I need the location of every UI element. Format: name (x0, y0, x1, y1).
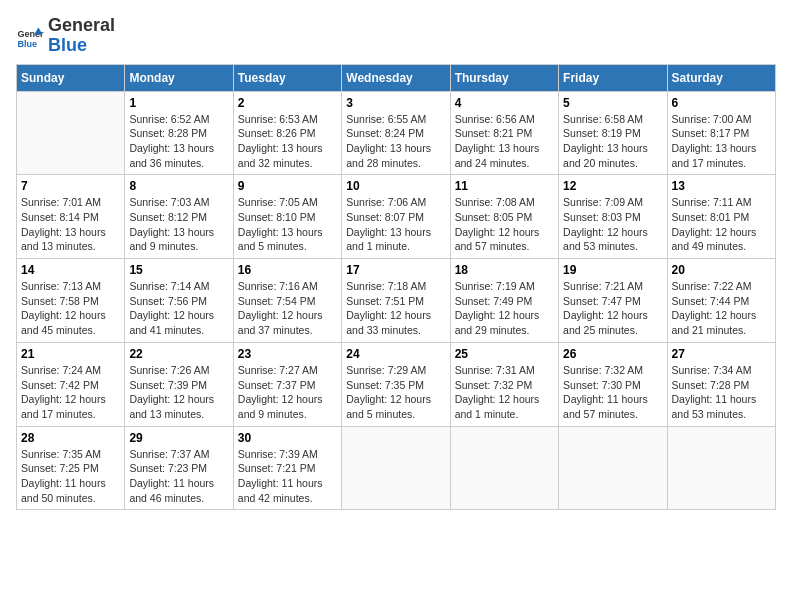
col-header-tuesday: Tuesday (233, 64, 341, 91)
page-header: General Blue General Blue (16, 16, 776, 56)
day-number: 4 (455, 96, 554, 110)
calendar-cell (450, 426, 558, 510)
calendar-week-row: 21Sunrise: 7:24 AM Sunset: 7:42 PM Dayli… (17, 342, 776, 426)
day-info: Sunrise: 7:09 AM Sunset: 8:03 PM Dayligh… (563, 195, 662, 254)
calendar-cell (559, 426, 667, 510)
day-number: 23 (238, 347, 337, 361)
day-info: Sunrise: 7:00 AM Sunset: 8:17 PM Dayligh… (672, 112, 771, 171)
calendar-week-row: 7Sunrise: 7:01 AM Sunset: 8:14 PM Daylig… (17, 175, 776, 259)
calendar-cell: 9Sunrise: 7:05 AM Sunset: 8:10 PM Daylig… (233, 175, 341, 259)
day-info: Sunrise: 6:53 AM Sunset: 8:26 PM Dayligh… (238, 112, 337, 171)
day-info: Sunrise: 7:26 AM Sunset: 7:39 PM Dayligh… (129, 363, 228, 422)
calendar-cell: 29Sunrise: 7:37 AM Sunset: 7:23 PM Dayli… (125, 426, 233, 510)
day-number: 11 (455, 179, 554, 193)
day-info: Sunrise: 6:52 AM Sunset: 8:28 PM Dayligh… (129, 112, 228, 171)
day-info: Sunrise: 7:13 AM Sunset: 7:58 PM Dayligh… (21, 279, 120, 338)
day-info: Sunrise: 7:11 AM Sunset: 8:01 PM Dayligh… (672, 195, 771, 254)
calendar-header-row: SundayMondayTuesdayWednesdayThursdayFrid… (17, 64, 776, 91)
calendar-week-row: 14Sunrise: 7:13 AM Sunset: 7:58 PM Dayli… (17, 259, 776, 343)
day-info: Sunrise: 7:32 AM Sunset: 7:30 PM Dayligh… (563, 363, 662, 422)
day-info: Sunrise: 7:03 AM Sunset: 8:12 PM Dayligh… (129, 195, 228, 254)
calendar-cell: 5Sunrise: 6:58 AM Sunset: 8:19 PM Daylig… (559, 91, 667, 175)
calendar-cell: 13Sunrise: 7:11 AM Sunset: 8:01 PM Dayli… (667, 175, 775, 259)
day-number: 30 (238, 431, 337, 445)
col-header-thursday: Thursday (450, 64, 558, 91)
logo-blue: Blue (48, 35, 87, 55)
day-number: 2 (238, 96, 337, 110)
day-info: Sunrise: 7:37 AM Sunset: 7:23 PM Dayligh… (129, 447, 228, 506)
day-info: Sunrise: 7:39 AM Sunset: 7:21 PM Dayligh… (238, 447, 337, 506)
logo-general: General (48, 15, 115, 35)
calendar-cell: 23Sunrise: 7:27 AM Sunset: 7:37 PM Dayli… (233, 342, 341, 426)
calendar-cell: 10Sunrise: 7:06 AM Sunset: 8:07 PM Dayli… (342, 175, 450, 259)
calendar-cell: 7Sunrise: 7:01 AM Sunset: 8:14 PM Daylig… (17, 175, 125, 259)
day-info: Sunrise: 7:24 AM Sunset: 7:42 PM Dayligh… (21, 363, 120, 422)
calendar-cell: 30Sunrise: 7:39 AM Sunset: 7:21 PM Dayli… (233, 426, 341, 510)
day-number: 22 (129, 347, 228, 361)
calendar-week-row: 28Sunrise: 7:35 AM Sunset: 7:25 PM Dayli… (17, 426, 776, 510)
day-number: 8 (129, 179, 228, 193)
day-number: 13 (672, 179, 771, 193)
day-info: Sunrise: 7:35 AM Sunset: 7:25 PM Dayligh… (21, 447, 120, 506)
calendar-cell: 19Sunrise: 7:21 AM Sunset: 7:47 PM Dayli… (559, 259, 667, 343)
day-number: 15 (129, 263, 228, 277)
calendar-cell: 22Sunrise: 7:26 AM Sunset: 7:39 PM Dayli… (125, 342, 233, 426)
day-number: 27 (672, 347, 771, 361)
col-header-friday: Friday (559, 64, 667, 91)
calendar-cell: 12Sunrise: 7:09 AM Sunset: 8:03 PM Dayli… (559, 175, 667, 259)
day-info: Sunrise: 7:14 AM Sunset: 7:56 PM Dayligh… (129, 279, 228, 338)
calendar-cell: 26Sunrise: 7:32 AM Sunset: 7:30 PM Dayli… (559, 342, 667, 426)
logo: General Blue General Blue (16, 16, 115, 56)
day-info: Sunrise: 7:08 AM Sunset: 8:05 PM Dayligh… (455, 195, 554, 254)
day-info: Sunrise: 7:06 AM Sunset: 8:07 PM Dayligh… (346, 195, 445, 254)
day-number: 3 (346, 96, 445, 110)
calendar-cell: 4Sunrise: 6:56 AM Sunset: 8:21 PM Daylig… (450, 91, 558, 175)
calendar-table: SundayMondayTuesdayWednesdayThursdayFrid… (16, 64, 776, 511)
calendar-cell: 28Sunrise: 7:35 AM Sunset: 7:25 PM Dayli… (17, 426, 125, 510)
calendar-cell: 18Sunrise: 7:19 AM Sunset: 7:49 PM Dayli… (450, 259, 558, 343)
calendar-cell (17, 91, 125, 175)
day-info: Sunrise: 7:21 AM Sunset: 7:47 PM Dayligh… (563, 279, 662, 338)
calendar-cell (342, 426, 450, 510)
day-info: Sunrise: 6:58 AM Sunset: 8:19 PM Dayligh… (563, 112, 662, 171)
day-number: 21 (21, 347, 120, 361)
day-number: 17 (346, 263, 445, 277)
calendar-cell: 16Sunrise: 7:16 AM Sunset: 7:54 PM Dayli… (233, 259, 341, 343)
day-info: Sunrise: 6:56 AM Sunset: 8:21 PM Dayligh… (455, 112, 554, 171)
day-info: Sunrise: 6:55 AM Sunset: 8:24 PM Dayligh… (346, 112, 445, 171)
col-header-wednesday: Wednesday (342, 64, 450, 91)
calendar-week-row: 1Sunrise: 6:52 AM Sunset: 8:28 PM Daylig… (17, 91, 776, 175)
day-number: 29 (129, 431, 228, 445)
calendar-cell: 20Sunrise: 7:22 AM Sunset: 7:44 PM Dayli… (667, 259, 775, 343)
day-info: Sunrise: 7:05 AM Sunset: 8:10 PM Dayligh… (238, 195, 337, 254)
calendar-cell: 3Sunrise: 6:55 AM Sunset: 8:24 PM Daylig… (342, 91, 450, 175)
calendar-cell: 1Sunrise: 6:52 AM Sunset: 8:28 PM Daylig… (125, 91, 233, 175)
day-info: Sunrise: 7:29 AM Sunset: 7:35 PM Dayligh… (346, 363, 445, 422)
day-number: 6 (672, 96, 771, 110)
day-info: Sunrise: 7:31 AM Sunset: 7:32 PM Dayligh… (455, 363, 554, 422)
day-number: 1 (129, 96, 228, 110)
day-number: 7 (21, 179, 120, 193)
day-number: 12 (563, 179, 662, 193)
day-info: Sunrise: 7:34 AM Sunset: 7:28 PM Dayligh… (672, 363, 771, 422)
day-number: 5 (563, 96, 662, 110)
day-info: Sunrise: 7:16 AM Sunset: 7:54 PM Dayligh… (238, 279, 337, 338)
day-number: 26 (563, 347, 662, 361)
calendar-cell: 2Sunrise: 6:53 AM Sunset: 8:26 PM Daylig… (233, 91, 341, 175)
day-number: 20 (672, 263, 771, 277)
day-number: 19 (563, 263, 662, 277)
col-header-saturday: Saturday (667, 64, 775, 91)
calendar-cell: 24Sunrise: 7:29 AM Sunset: 7:35 PM Dayli… (342, 342, 450, 426)
col-header-sunday: Sunday (17, 64, 125, 91)
day-info: Sunrise: 7:18 AM Sunset: 7:51 PM Dayligh… (346, 279, 445, 338)
day-number: 16 (238, 263, 337, 277)
day-number: 25 (455, 347, 554, 361)
day-number: 18 (455, 263, 554, 277)
day-info: Sunrise: 7:01 AM Sunset: 8:14 PM Dayligh… (21, 195, 120, 254)
calendar-cell: 6Sunrise: 7:00 AM Sunset: 8:17 PM Daylig… (667, 91, 775, 175)
day-number: 10 (346, 179, 445, 193)
calendar-cell: 21Sunrise: 7:24 AM Sunset: 7:42 PM Dayli… (17, 342, 125, 426)
day-number: 9 (238, 179, 337, 193)
calendar-cell (667, 426, 775, 510)
calendar-cell: 11Sunrise: 7:08 AM Sunset: 8:05 PM Dayli… (450, 175, 558, 259)
